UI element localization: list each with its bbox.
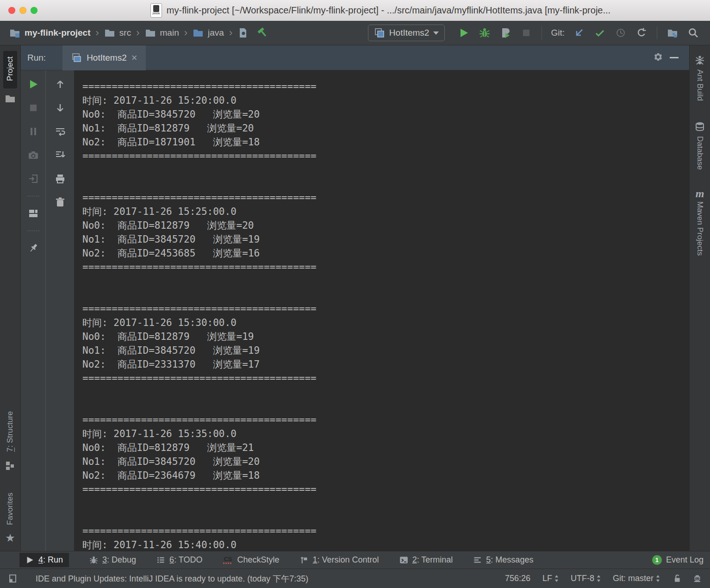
structure-stripe-button[interactable]: 7: Structure: [6, 411, 15, 454]
scroll-up-button[interactable]: [54, 78, 67, 91]
toolbar-separator: [542, 26, 542, 39]
traffic-lights: [8, 7, 37, 14]
search-everywhere-button[interactable]: [685, 25, 702, 41]
stop-button[interactable]: [518, 25, 535, 41]
toolwindow-todo-label: 6: TODO: [169, 555, 202, 565]
scroll-down-button[interactable]: [54, 101, 67, 114]
zoom-window-button[interactable]: [31, 7, 37, 14]
bottom-toolwindow-bar: 4: Run 3: Debug 6: TODO CS CheckStyle 1:…: [0, 551, 710, 569]
spinner-icon: [597, 575, 601, 582]
ant-build-stripe-button[interactable]: Ant Build: [694, 55, 705, 101]
run-toolwindow: Run: HotItems2 ×: [21, 45, 689, 551]
line-separator-widget[interactable]: LF: [542, 574, 559, 583]
chevron-right-icon: ›: [95, 28, 100, 38]
thread-dump-button[interactable]: [27, 149, 40, 162]
structure-stripe-label: 7: Structure: [6, 411, 15, 452]
run-config-icon: [374, 27, 385, 38]
toolwindow-run-button[interactable]: 4: Run: [19, 553, 69, 567]
minimize-window-button[interactable]: [19, 7, 26, 14]
run-tab[interactable]: HotItems2 ×: [62, 45, 145, 70]
stop-process-button[interactable]: [27, 101, 40, 114]
folder-icon: [104, 27, 115, 38]
event-log-button[interactable]: 1 Event Log: [652, 555, 704, 565]
toolwindow-run-label: 4: Run: [38, 555, 63, 565]
hector-inspections-icon[interactable]: [693, 574, 702, 583]
toolbar-separator: [657, 26, 657, 39]
toolwindow-debug-button[interactable]: 3: Debug: [89, 555, 136, 565]
run-with-coverage-button[interactable]: [497, 25, 514, 41]
database-stripe-button[interactable]: Database: [694, 121, 705, 170]
java-file-icon: JAVA: [150, 3, 162, 18]
checkstyle-icon: CS: [223, 556, 233, 564]
git-rollback-button[interactable]: [633, 25, 650, 41]
close-window-button[interactable]: [8, 7, 15, 14]
event-log-label: Event Log: [666, 555, 704, 565]
project-stripe-button[interactable]: Project: [3, 51, 17, 88]
console-output[interactable]: ========================================…: [74, 70, 689, 551]
git-history-button[interactable]: [612, 25, 629, 41]
tab-close-icon[interactable]: ×: [131, 53, 137, 63]
select-in-project-view-button[interactable]: [664, 25, 681, 41]
git-update-button[interactable]: [571, 25, 587, 41]
maven-stripe-button[interactable]: m Maven Projects: [695, 188, 704, 256]
git-label: Git:: [551, 28, 565, 38]
spinner-icon: [656, 575, 660, 582]
clear-console-button[interactable]: [54, 196, 67, 209]
toolwindow-version-control-button[interactable]: 1: Version Control: [300, 555, 379, 565]
toolbar-separator: [27, 231, 39, 231]
build-hammer-icon[interactable]: [257, 27, 268, 38]
run-toolwindow-title: Run:: [27, 53, 46, 63]
git-branch-widget[interactable]: Git: master: [613, 574, 660, 583]
pause-output-button[interactable]: [27, 125, 40, 138]
rerun-button[interactable]: [27, 78, 40, 91]
hide-panel-button[interactable]: [666, 50, 682, 66]
main-row: Project 7: Structure Favorites ★ Run: Ho…: [0, 45, 710, 551]
event-log-badge: 1: [652, 555, 662, 565]
encoding-widget[interactable]: UTF-8: [571, 574, 601, 583]
run-button[interactable]: [455, 25, 472, 41]
restore-layout-button[interactable]: [27, 207, 40, 220]
debug-button[interactable]: [476, 25, 493, 41]
caret-position-widget[interactable]: 756:26: [505, 574, 530, 583]
settings-gear-icon[interactable]: [650, 50, 666, 66]
print-button[interactable]: [54, 172, 67, 185]
favorites-stripe-button[interactable]: Favorites: [6, 493, 15, 527]
breadcrumb-main[interactable]: main: [160, 28, 179, 38]
project-icon: [9, 27, 20, 38]
toolwindow-checkstyle-label: CheckStyle: [237, 555, 279, 565]
toolwindow-checkstyle-button[interactable]: CS CheckStyle: [223, 555, 279, 565]
breadcrumb-project[interactable]: my-flink-project: [25, 28, 91, 38]
toolwindow-debug-label: 3: Debug: [102, 555, 136, 565]
project-folder-icon: [5, 93, 16, 104]
ant-icon: [694, 55, 705, 66]
run-tab-title: HotItems2: [87, 53, 127, 63]
ant-build-label: Ant Build: [695, 69, 704, 101]
toolwindow-messages-button[interactable]: 5: Messages: [473, 555, 533, 565]
pin-tab-button[interactable]: [27, 242, 40, 255]
unlock-icon[interactable]: [672, 574, 681, 583]
favorites-stripe-label: Favorites: [6, 493, 15, 525]
toolwindow-switcher-icon[interactable]: [8, 574, 17, 583]
git-commit-button[interactable]: [592, 25, 608, 41]
breadcrumb-java[interactable]: java: [208, 28, 224, 38]
toolwindow-messages-label: 5: Messages: [486, 555, 533, 565]
toolwindow-todo-button[interactable]: 6: TODO: [156, 555, 202, 565]
status-message[interactable]: IDE and Plugin Updates: IntelliJ IDEA is…: [36, 573, 308, 584]
todo-list-icon: [156, 556, 165, 564]
scroll-to-end-button[interactable]: [54, 149, 67, 162]
exit-button[interactable]: [27, 172, 40, 185]
file-icon[interactable]: [237, 27, 249, 38]
breadcrumb-src[interactable]: src: [119, 28, 131, 38]
toolwindow-terminal-button[interactable]: 2: Terminal: [399, 555, 453, 565]
console-toolbar: [46, 70, 74, 551]
navigation-bar: my-flink-project › src › main › java › H…: [0, 21, 710, 45]
project-stripe-label: Project: [6, 56, 15, 81]
toolwindow-terminal-label: 2: Terminal: [412, 555, 453, 565]
toolwindow-version-control-label: 1: Version Control: [313, 555, 379, 565]
chevron-right-icon: ›: [183, 28, 188, 38]
run-configuration-selector[interactable]: HotItems2: [368, 25, 445, 41]
left-toolwindow-stripe: Project 7: Structure Favorites ★: [0, 45, 21, 551]
terminal-icon: [399, 556, 408, 564]
soft-wrap-button[interactable]: [54, 125, 67, 138]
source-folder-icon: [193, 27, 204, 38]
